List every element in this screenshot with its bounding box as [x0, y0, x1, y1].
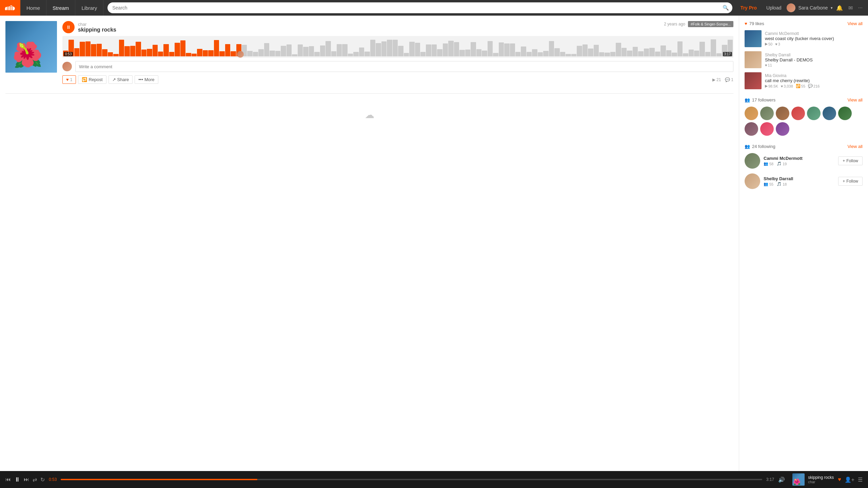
username-dropdown-icon[interactable]: ▾ — [831, 6, 833, 10]
followers-view-all[interactable]: View all — [847, 97, 863, 102]
follower-avatar-10[interactable] — [776, 122, 789, 136]
following-tracks-count-2: 🎵 18 — [777, 182, 787, 186]
following-view-all[interactable]: View all — [847, 144, 863, 149]
liked-track-info-1: Cammi McDermott west coast city (tucker … — [765, 31, 863, 46]
follower-avatar-1[interactable] — [745, 107, 758, 120]
follower-avatar-3[interactable] — [776, 107, 789, 120]
more-dots-icon: ••• — [138, 77, 143, 82]
likes-title: ♥ 79 likes — [745, 21, 764, 26]
liked-plays-3: ▶ 98.5K — [765, 84, 778, 88]
messages-icon[interactable]: ✉ — [846, 3, 855, 13]
liked-artist-2[interactable]: Shelby Darrall — [765, 53, 863, 57]
track-genre-tag[interactable]: #Folk & Singer-Songw... — [688, 21, 733, 27]
main-content: ⏸ char skipping rocks 2 years ago #Folk … — [0, 16, 739, 471]
nav-right-actions: Try Pro Upload Sara Carbone ▾ 🔔 ✉ ··· — [736, 3, 868, 13]
liked-track-thumb-2[interactable] — [745, 51, 762, 68]
share-label: Share — [117, 77, 129, 82]
likes-section: ♥ 79 likes View all Cammi McDermott west… — [745, 21, 863, 89]
liked-title-3[interactable]: call me cherry (rewrite) — [765, 78, 863, 83]
track-time-ago: 2 years ago — [664, 22, 685, 26]
liked-reposts-3: 🔁 55 — [796, 84, 805, 88]
heart-icon-2: ♥ — [765, 63, 767, 67]
comment-box — [62, 61, 733, 72]
track-artist-name[interactable]: char — [78, 22, 116, 27]
following-icon: 👥 — [745, 144, 750, 149]
following-name-2[interactable]: Shelby Darrall — [764, 176, 835, 181]
follow-icon-1: + — [843, 158, 845, 163]
play-icon-3: ▶ — [765, 84, 768, 88]
following-item-2: Shelby Darrall 👥 55 🎵 18 + Fol — [745, 173, 863, 189]
following-item-1: Cammi McDermott 👥 58 🎵 19 + Fo — [745, 153, 863, 169]
search-input[interactable] — [107, 2, 732, 13]
try-pro-button[interactable]: Try Pro — [736, 3, 761, 13]
followers-icon: 👥 — [745, 97, 750, 102]
waveform-comment-marker — [237, 51, 244, 58]
nav-links: Home Stream Library — [20, 0, 103, 16]
notifications-icon[interactable]: 🔔 — [834, 3, 845, 13]
repost-button[interactable]: 🔁 Repost — [78, 75, 106, 84]
nav-stream[interactable]: Stream — [46, 0, 75, 16]
follower-avatar-7[interactable] — [838, 107, 852, 120]
followers-section: 👥 17 followers View all — [745, 97, 863, 136]
liked-title-2[interactable]: Shelby Darrall - DEMOS — [765, 57, 863, 62]
heart-icon: ♥ — [66, 77, 69, 82]
like-button[interactable]: ♥ 1 — [62, 75, 76, 84]
search-bar: 🔍 — [107, 2, 732, 13]
repost-icon-3: 🔁 — [796, 84, 801, 88]
following-avatar-1[interactable] — [745, 153, 760, 169]
liked-stats-3: ▶ 98.5K ♥ 3,038 🔁 55 💬 — [765, 84, 863, 88]
content-divider — [5, 93, 733, 94]
follower-avatar-8[interactable] — [745, 122, 758, 136]
follow-button-1[interactable]: + Follow — [838, 156, 863, 165]
liked-artist-1[interactable]: Cammi McDermott — [765, 31, 863, 36]
follower-avatar-4[interactable] — [791, 107, 805, 120]
more-button[interactable]: ••• More — [135, 75, 158, 84]
soundcloud-logo-icon — [5, 4, 16, 11]
following-name-1[interactable]: Cammi McDermott — [764, 156, 835, 161]
track-title[interactable]: skipping rocks — [78, 27, 116, 33]
liked-likes-3: ♥ 3,038 — [781, 84, 793, 88]
liked-likes-2: ♥ 11 — [765, 63, 772, 67]
play-pause-button[interactable]: ⏸ — [62, 21, 75, 33]
nav-home[interactable]: Home — [20, 0, 46, 16]
follower-avatar-9[interactable] — [760, 122, 774, 136]
comment-input[interactable] — [75, 61, 733, 72]
nav-library[interactable]: Library — [75, 0, 103, 16]
username-label[interactable]: Sara Carbone — [797, 5, 829, 11]
upload-button[interactable]: Upload — [762, 3, 785, 13]
followers-stat-icon-2: 👥 — [764, 182, 768, 186]
track-info: ⏸ char skipping rocks 2 years ago #Folk … — [62, 21, 733, 87]
track-stats: ▶ 21 💬 1 — [712, 77, 733, 82]
followers-header: 👥 17 followers View all — [745, 97, 863, 102]
liked-track-thumb-1[interactable] — [745, 30, 762, 47]
following-tracks-count-1: 🎵 19 — [777, 162, 787, 166]
track-artist-play: ⏸ char skipping rocks — [62, 21, 116, 33]
soundcloud-logo[interactable] — [0, 0, 20, 16]
liked-track-item-2: Shelby Darrall Shelby Darrall - DEMOS ♥ … — [745, 51, 863, 68]
follow-button-2[interactable]: + Follow — [838, 177, 863, 186]
following-info-2: Shelby Darrall 👥 55 🎵 18 — [764, 176, 835, 186]
likes-view-all[interactable]: View all — [847, 21, 863, 26]
follower-avatar-5[interactable] — [807, 107, 821, 120]
comment-icon-3: 💬 — [808, 84, 813, 88]
liked-stats-2: ♥ 11 — [765, 63, 863, 67]
liked-title-1[interactable]: west coast city (tucker rivera cover) — [765, 36, 863, 41]
follower-avatar-6[interactable] — [823, 107, 836, 120]
liked-track-item-3: Mia Giovina call me cherry (rewrite) ▶ 9… — [745, 72, 863, 89]
more-options-icon[interactable]: ··· — [856, 3, 865, 12]
waveform[interactable]: 0:53 3:17 — [62, 36, 733, 58]
follower-avatar-2[interactable] — [760, 107, 774, 120]
share-icon: ↗ — [112, 77, 116, 82]
sidebar: ♥ 79 likes View all Cammi McDermott west… — [739, 16, 868, 471]
user-avatar[interactable] — [787, 3, 795, 12]
repost-label: Repost — [88, 77, 102, 82]
following-stats-2: 👥 55 🎵 18 — [764, 182, 835, 186]
likes-header: ♥ 79 likes View all — [745, 21, 863, 26]
following-avatar-2[interactable] — [745, 173, 760, 189]
comment-count: 1 — [731, 77, 733, 82]
liked-artist-3[interactable]: Mia Giovina — [765, 73, 863, 78]
following-followers-count-2: 👥 55 — [764, 182, 773, 186]
liked-track-thumb-3[interactable] — [745, 72, 762, 89]
play-icon-1: ▶ — [765, 42, 768, 46]
share-button[interactable]: ↗ Share — [108, 75, 133, 84]
